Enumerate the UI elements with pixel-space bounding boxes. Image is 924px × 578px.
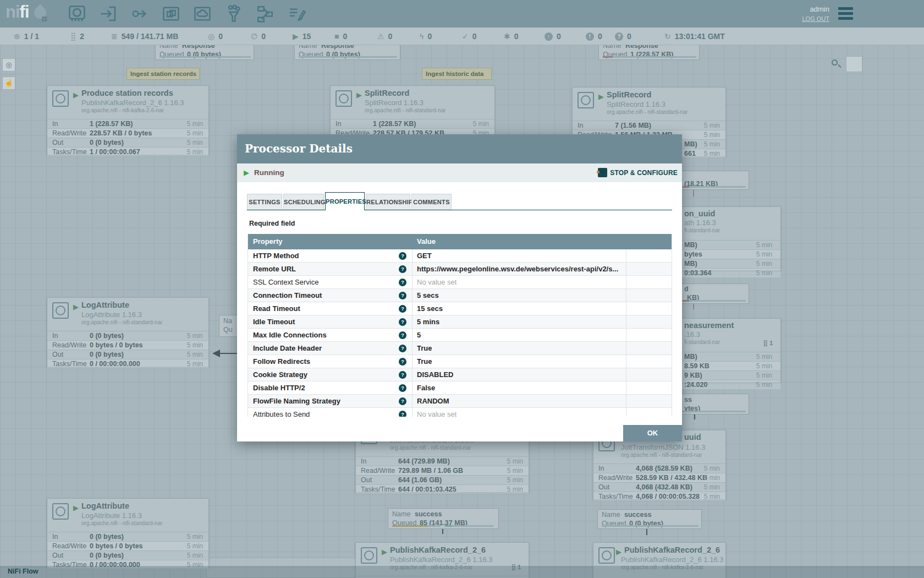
tab-comments[interactable]: COMMENTS	[411, 194, 452, 210]
connection-label[interactable]: Na Qu	[219, 315, 238, 337]
stat-row: Read/Write0 bytes / 0 bytes5 min	[47, 340, 208, 350]
property-name: FlowFile Naming Strategy	[253, 395, 340, 407]
stat-row: In7 (1.56 MB)5 min	[573, 121, 725, 130]
property-row: Max Idle Connections?5	[248, 329, 672, 342]
processor-log-attribute-2[interactable]: ▶ LogAttribute LogAttribute 1.16.3 org.a…	[47, 498, 209, 568]
property-help-icon[interactable]: ?	[399, 292, 406, 299]
process-group-tool-icon[interactable]	[161, 4, 181, 24]
dialog-title: Processor Details	[245, 134, 353, 163]
processor-tool-icon[interactable]	[67, 4, 87, 24]
logout-link[interactable]: LOG OUT	[802, 15, 829, 22]
running-status-icon: ▶	[598, 92, 604, 101]
breadcrumb[interactable]: NiFi Flow	[8, 568, 38, 575]
property-value: RANDOM	[417, 395, 449, 407]
canvas-label-ingest-historic[interactable]: Ingest historic data	[422, 68, 492, 80]
tab-scheduling[interactable]: SCHEDULING	[283, 194, 324, 210]
running-status-icon: ▶	[73, 303, 79, 311]
funnel-tool-icon[interactable]	[224, 4, 244, 24]
processor-details-dialog: Processor Details ▶ Running ⚙ STOP & CON…	[237, 134, 682, 441]
property-help-icon[interactable]: ?	[399, 331, 406, 339]
property-help-icon[interactable]: ?	[399, 358, 406, 366]
dialog-tabs: SETTINGSSCHEDULINGPROPERTIESRELATIONSHIP…	[247, 192, 672, 210]
property-value: 5 mins	[417, 315, 439, 328]
template-tool-icon[interactable]	[255, 4, 275, 24]
property-row: Cookie Strategy?DISABLED	[248, 368, 672, 381]
processor-produce-station-records[interactable]: ▶ Produce station records PublishKafkaRe…	[47, 85, 209, 155]
input-port-tool-icon[interactable]	[98, 4, 118, 24]
property-name: Disable HTTP/2	[253, 381, 305, 394]
property-help-icon[interactable]: ?	[399, 345, 406, 352]
property-name: Follow Redirects	[253, 355, 310, 368]
queued-icon: ≣	[111, 32, 118, 41]
refresh-icon[interactable]: ↻	[664, 32, 671, 41]
running-status-icon: ▶	[382, 548, 387, 556]
property-row: SSL Context Service?No value set	[248, 276, 672, 289]
required-field-note: Required field	[249, 220, 295, 227]
birdseye-toggle-button[interactable]	[846, 56, 862, 72]
remote-process-group-tool-icon[interactable]	[193, 4, 212, 24]
stat-row: Read/Write228.57 KB / 0 bytes5 min	[47, 128, 208, 138]
transmitting-icon: ◎	[208, 32, 215, 41]
label-tool-icon[interactable]	[287, 4, 306, 24]
last-refresh[interactable]: ↻ 13:01:41 GMT	[664, 28, 725, 45]
tab-relationships[interactable]: RELATIONSHIPS	[366, 194, 410, 210]
property-help-icon[interactable]: ?	[399, 279, 406, 286]
property-name: SSL Context Service	[253, 276, 318, 288]
stat-row: In4,068 (528.59 KB)5 min	[593, 464, 725, 473]
property-help-icon[interactable]: ?	[399, 384, 406, 392]
properties-table: Property Value HTTP Method?GETRemote URL…	[248, 234, 672, 417]
active-threads-icon: ⣿	[70, 32, 76, 41]
stat-row: In1 (228.57 KB)5 min	[47, 119, 208, 128]
canvas-label-ingest-station[interactable]: Ingest station records	[127, 68, 200, 80]
nifi-logo: nifi	[6, 2, 29, 22]
property-help-icon[interactable]: ?	[399, 265, 406, 273]
stat-row: In0 (0 bytes)5 min	[47, 331, 208, 340]
status-locally-modified-stale: !0	[586, 28, 602, 45]
property-name: Remote URL	[253, 263, 296, 275]
property-name: Connection Timeout	[253, 289, 322, 302]
up-to-date-icon: ✓	[462, 32, 469, 41]
property-name: Read Timeout	[253, 302, 300, 315]
nifi-pixels-icon	[42, 17, 47, 22]
property-name: Cookie Strategy	[253, 368, 307, 381]
property-help-icon[interactable]: ?	[399, 252, 406, 260]
property-help-icon[interactable]: ?	[399, 397, 406, 405]
status-value: 2	[80, 32, 84, 41]
running-status-icon: ▶	[616, 548, 622, 556]
search-icon[interactable]	[832, 59, 841, 69]
property-help-icon[interactable]: ?	[399, 305, 406, 313]
status-value: 0	[598, 32, 602, 41]
global-menu-icon[interactable]	[838, 7, 853, 22]
stat-row: In644 (729.89 MB)5 min	[356, 456, 529, 466]
stat-row: Tasks/Time1 / 00:00:00.0675 min	[47, 147, 208, 156]
output-port-tool-icon[interactable]	[130, 4, 150, 24]
active-threads-badge: ⣿ 1	[763, 340, 773, 347]
disabled-icon: ϟ	[420, 32, 424, 41]
processor-icon	[598, 547, 615, 564]
tab-settings[interactable]: SETTINGS	[247, 194, 282, 210]
connection-label[interactable]: Namesuccess Queued85 (141.37 MB)	[388, 508, 499, 529]
navigate-palette-icon[interactable]: ◎	[2, 58, 15, 72]
status-stopped: ■0	[334, 28, 347, 45]
property-row: FlowFile Naming Strategy?RANDOM	[248, 395, 672, 408]
stale-icon: ↑	[544, 32, 553, 41]
property-value: 15 secs	[417, 302, 443, 315]
operate-palette-icon[interactable]: ☝	[2, 77, 15, 90]
processor-log-attribute[interactable]: ▶ LogAttribute LogAttribute 1.16.3 org.a…	[47, 297, 209, 367]
status-value: 0	[218, 32, 223, 41]
status-value: 549 / 141.71 MB	[122, 32, 179, 41]
locally-modified-icon: ✱	[504, 32, 510, 41]
running-status-icon: ▶	[356, 91, 362, 99]
properties-table-header: Property Value	[248, 234, 672, 249]
property-help-icon[interactable]: ?	[399, 318, 406, 326]
property-row: Disable HTTP/2?False	[248, 381, 672, 395]
connection-label[interactable]: Namesuccess Queued0 (0 bytes)	[597, 509, 702, 529]
property-help-icon[interactable]: ?	[399, 411, 406, 417]
processor-icon	[52, 302, 69, 319]
stop-and-configure-button[interactable]: ⚙ STOP & CONFIGURE	[598, 168, 678, 177]
property-row: Read Timeout?15 secs	[248, 302, 672, 315]
ok-button[interactable]: OK	[623, 425, 682, 441]
tab-properties[interactable]: PROPERTIES	[325, 192, 365, 210]
property-help-icon[interactable]: ?	[399, 371, 406, 379]
processor-run-status: Running	[254, 168, 284, 177]
